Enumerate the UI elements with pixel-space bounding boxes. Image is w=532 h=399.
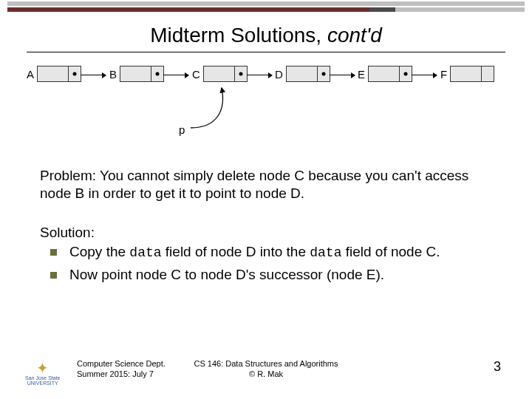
course-line: CS 146: Data Structures and Algorithms	[0, 359, 532, 369]
pointer-p-label: p	[179, 123, 185, 136]
node-c: C	[192, 66, 248, 82]
slide-body: Problem: You cannot simply delete node C…	[40, 167, 497, 288]
solution-heading: Solution:	[40, 224, 497, 242]
node-a: A	[27, 66, 81, 82]
footer-center: CS 146: Data Structures and Algorithms ©…	[0, 359, 532, 380]
slide-footer: ✦ San Jose State UNIVERSITY Computer Sci…	[0, 353, 532, 390]
node-f: F	[440, 66, 494, 82]
title-main: Midterm Solutions,	[150, 24, 327, 47]
linked-list-diagram: A B C D E F p	[27, 66, 505, 147]
code-data: data	[129, 245, 161, 260]
code-data: data	[310, 245, 341, 260]
node-label: B	[109, 68, 117, 81]
slide-title: Midterm Solutions, cont'd	[0, 24, 532, 47]
node-label: A	[27, 68, 34, 81]
node-label: D	[275, 68, 283, 81]
solution-item-2: Now point node C to node D's successor (…	[44, 266, 497, 284]
node-d: D	[275, 66, 330, 82]
problem-text: Problem: You cannot simply delete node C…	[40, 167, 497, 203]
page-number: 3	[494, 359, 501, 375]
pointer-arrow-icon	[188, 82, 239, 134]
slide-top-border	[0, 0, 532, 12]
copyright-line: © R. Mak	[0, 369, 532, 380]
node-label: C	[192, 68, 200, 81]
node-label: F	[440, 68, 447, 81]
node-b: B	[109, 66, 164, 82]
title-underline	[27, 52, 505, 52]
node-e: E	[358, 66, 412, 82]
solution-item-1: Copy the data field of node D into the d…	[44, 243, 497, 262]
solution-list: Copy the data field of node D into the d…	[44, 243, 497, 284]
node-label: E	[358, 68, 365, 81]
title-italic: cont'd	[327, 24, 382, 47]
